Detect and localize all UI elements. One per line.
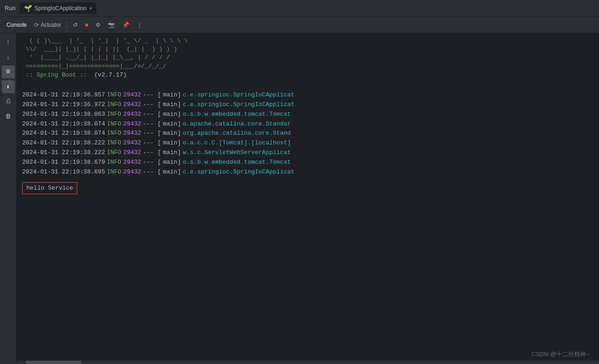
level-7: INFO xyxy=(107,148,121,158)
title-bar: Run 🌱 SpringIoCApplication × xyxy=(0,0,599,17)
spring-version: (v2.7.17) xyxy=(94,72,127,78)
watermark: CSDN @十二分精神~ xyxy=(532,350,590,358)
sep-9: --- [ xyxy=(143,167,161,177)
reload-icon: ↺ xyxy=(73,22,78,28)
stop-icon: ■ xyxy=(85,22,88,28)
log-line-2: 2024-01-31 22:19:36.972 INFO 29432 --- [… xyxy=(22,100,593,110)
thread-1: main] xyxy=(163,90,181,100)
console-label: Console xyxy=(6,22,27,28)
pid-1: 29432 xyxy=(123,90,141,100)
actuator-icon: ⟳ xyxy=(34,22,39,28)
logger-8: o.s.b.w.embedded.tomcat.Tomcat xyxy=(183,158,291,167)
pid-4: 29432 xyxy=(123,119,141,129)
up-arrow-icon: ↑ xyxy=(6,39,10,46)
actuator-button[interactable]: ⟳ Actuator xyxy=(31,20,64,30)
down-arrow-icon: ↓ xyxy=(6,54,10,61)
toolbar-separator-1 xyxy=(67,21,67,29)
timestamp-8: 2024-01-31 22:19:38.679 xyxy=(22,158,105,167)
timestamp-7: 2024-01-31 22:19:38.222 xyxy=(22,148,105,158)
logger-4: o.apache.catalina.core.Standar xyxy=(183,119,291,129)
actuator-label: Actuator xyxy=(41,22,61,28)
log-line-8: 2024-01-31 22:19:38.679 INFO 29432 --- [… xyxy=(22,158,593,167)
timestamp-9: 2024-01-31 22:19:38.695 xyxy=(22,167,105,177)
console-button[interactable]: Console xyxy=(4,20,30,30)
thread-7: main] xyxy=(163,148,181,158)
more-icon: ⋮ xyxy=(137,22,142,28)
thread-5: main] xyxy=(163,129,181,138)
sep-1: --- [ xyxy=(143,90,161,100)
scroll-up-button[interactable]: ↑ xyxy=(2,36,15,49)
logger-2: c.e.springioc.SpringIoCApplicat xyxy=(183,100,295,110)
log-line-6: 2024-01-31 22:19:38.222 INFO 29432 --- [… xyxy=(22,138,593,148)
pid-3: 29432 xyxy=(123,110,141,119)
log-line-7: 2024-01-31 22:19:38.222 INFO 29432 --- [… xyxy=(22,148,593,158)
sep-5: --- [ xyxy=(143,129,161,138)
settings-icon: ⚙ xyxy=(96,22,101,28)
main-layout: ↑ ↓ ≡ ⬇ ⎙ 🗑 ( ( )\___ | '_ | '_| | '_ \/… xyxy=(0,33,599,364)
horizontal-scrollbar[interactable] xyxy=(17,360,599,364)
pid-8: 29432 xyxy=(123,158,141,167)
app-tab[interactable]: 🌱 SpringIoCApplication × xyxy=(19,3,97,14)
download-button[interactable]: ⬇ xyxy=(2,80,15,93)
level-5: INFO xyxy=(107,129,121,138)
pid-9: 29432 xyxy=(123,167,141,177)
log-line-1: 2024-01-31 22:19:36.957 INFO 29432 --- [… xyxy=(22,90,593,100)
run-label: Run xyxy=(5,5,16,12)
level-9: INFO xyxy=(107,167,121,177)
thread-2: main] xyxy=(163,100,181,110)
sep-4: --- [ xyxy=(143,119,161,129)
logger-6: o.a.c.c.C.[Tomcat].[localhost] xyxy=(183,138,291,148)
pid-2: 29432 xyxy=(123,100,141,110)
thread-9: main] xyxy=(163,167,181,177)
thread-3: main] xyxy=(163,110,181,119)
timestamp-5: 2024-01-31 22:19:38.074 xyxy=(22,129,105,138)
sep-6: --- [ xyxy=(143,138,161,148)
tab-close-button[interactable]: × xyxy=(89,6,92,11)
tab-label: SpringIoCApplication xyxy=(35,5,86,12)
pin-icon: 📌 xyxy=(122,22,129,28)
level-2: INFO xyxy=(107,100,121,110)
console-area: ( ( )\___ | '_ | '_| | '_ \/ _` | \ \ \ … xyxy=(17,33,599,364)
log-line-4: 2024-01-31 22:19:38.074 INFO 29432 --- [… xyxy=(22,119,593,129)
spacer xyxy=(22,83,593,90)
logger-7: w.s.c.ServletWebServerApplicat xyxy=(183,148,291,158)
level-1: INFO xyxy=(107,90,121,100)
log-line-9: 2024-01-31 22:19:38.695 INFO 29432 --- [… xyxy=(22,167,593,177)
spring-version-line: :: Spring Boot :: (v2.7.17) xyxy=(22,71,593,80)
reload-button[interactable]: ↺ xyxy=(70,20,80,30)
wrap-icon: ≡ xyxy=(6,68,11,76)
settings-button[interactable]: ⚙ xyxy=(93,20,103,30)
pin-button[interactable]: 📌 xyxy=(120,20,132,30)
print-button[interactable]: ⎙ xyxy=(2,95,15,108)
scrollbar-thumb[interactable] xyxy=(26,361,81,364)
spring-banner: ( ( )\___ | '_ | '_| | '_ \/ _` | \ \ \ … xyxy=(22,37,593,71)
timestamp-6: 2024-01-31 22:19:38.222 xyxy=(22,138,105,148)
toolbar: Console ⟳ Actuator ↺ ■ ⚙ 📷 📌 ⋮ xyxy=(0,17,599,33)
sep-8: --- [ xyxy=(143,158,161,167)
app-icon: 🌱 xyxy=(24,5,32,12)
scroll-down-button[interactable]: ↓ xyxy=(2,51,15,64)
camera-button[interactable]: 📷 xyxy=(105,20,118,30)
pid-5: 29432 xyxy=(123,129,141,138)
timestamp-3: 2024-01-31 22:19:38.063 xyxy=(22,110,105,119)
logger-5: org.apache.catalina.core.Stand xyxy=(183,129,291,138)
camera-icon: 📷 xyxy=(108,22,115,28)
level-6: INFO xyxy=(107,138,121,148)
more-button[interactable]: ⋮ xyxy=(134,20,145,30)
timestamp-4: 2024-01-31 22:19:38.074 xyxy=(22,119,105,129)
level-3: INFO xyxy=(107,110,121,119)
hello-service-text: hello Service xyxy=(22,182,77,194)
logger-3: o.s.b.w.embedded.tomcat.Tomcat xyxy=(183,110,291,119)
trash-icon: 🗑 xyxy=(5,113,11,120)
timestamp-1: 2024-01-31 22:19:36.957 xyxy=(22,90,105,100)
left-sidebar: ↑ ↓ ≡ ⬇ ⎙ 🗑 xyxy=(0,33,17,364)
clear-button[interactable]: 🗑 xyxy=(2,110,15,123)
sep-7: --- [ xyxy=(143,148,161,158)
wrap-button[interactable]: ≡ xyxy=(2,66,15,78)
level-4: INFO xyxy=(107,119,121,129)
stop-button[interactable]: ■ xyxy=(82,20,91,30)
log-line-5: 2024-01-31 22:19:38.074 INFO 29432 --- [… xyxy=(22,129,593,138)
print-icon: ⎙ xyxy=(6,98,10,105)
thread-4: main] xyxy=(163,119,181,129)
log-line-3: 2024-01-31 22:19:38.063 INFO 29432 --- [… xyxy=(22,110,593,119)
